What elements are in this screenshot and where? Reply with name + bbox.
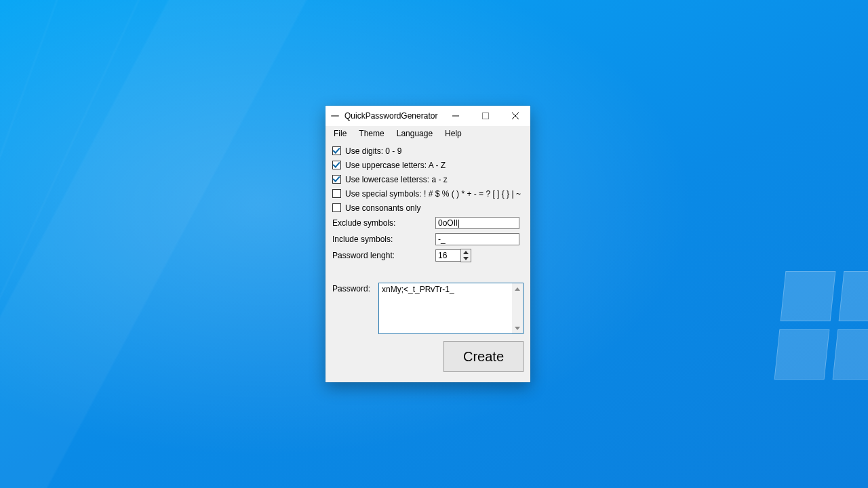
scroll-up-button[interactable] [512, 283, 523, 294]
desktop: QuickPasswordGenerator File Theme Langua… [0, 0, 868, 488]
menubar: File Theme Language Help [326, 126, 530, 141]
length-step-up[interactable] [461, 249, 471, 256]
checkbox-use-uppercase[interactable] [332, 161, 341, 169]
chevron-up-icon [515, 287, 520, 291]
password-output[interactable]: xnMy;<_t_PRvTr-1_ [378, 283, 524, 334]
password-output-text: xnMy;<_t_PRvTr-1_ [382, 285, 454, 294]
field-include-symbols: Include symbols: [332, 231, 524, 247]
label-consonants-only: Use consonants only [345, 203, 420, 213]
label-exclude-symbols: Exclude symbols: [332, 218, 431, 228]
label-use-special: Use special symbols: ! # $ % ( ) * + - =… [345, 189, 521, 199]
button-bar: Create [332, 341, 524, 372]
menu-theme[interactable]: Theme [357, 127, 385, 140]
label-password-length: Password lenght: [332, 251, 431, 260]
chevron-down-icon [515, 327, 520, 330]
svg-rect-0 [483, 113, 489, 119]
menu-language[interactable]: Language [395, 127, 434, 140]
client-area: Use digits: 0 - 9 Use uppercase letters:… [326, 141, 530, 382]
output-row: Password: xnMy;<_t_PRvTr-1_ [332, 283, 524, 334]
input-include-symbols[interactable] [435, 233, 519, 245]
minimize-button[interactable] [441, 106, 471, 126]
label-include-symbols: Include symbols: [332, 235, 431, 244]
field-exclude-symbols: Exclude symbols: [332, 215, 524, 231]
option-use-lowercase[interactable]: Use lowercase letterss: a - z [332, 172, 524, 186]
windows-logo [774, 271, 868, 380]
label-password-output: Password: [332, 283, 372, 334]
option-use-special[interactable]: Use special symbols: ! # $ % ( ) * + - =… [332, 186, 524, 201]
checkbox-use-special[interactable] [332, 189, 341, 198]
chevron-down-icon [463, 257, 469, 260]
maximize-button[interactable] [471, 106, 500, 126]
checkbox-use-digits[interactable] [332, 146, 341, 155]
titlebar[interactable]: QuickPasswordGenerator [326, 106, 530, 126]
create-button[interactable]: Create [443, 341, 524, 372]
system-menu-icon[interactable] [331, 115, 339, 117]
length-spinner [460, 249, 471, 262]
length-step-down[interactable] [461, 256, 471, 262]
chevron-up-icon [463, 251, 469, 254]
label-use-digits: Use digits: 0 - 9 [345, 146, 401, 156]
field-password-length: Password lenght: [332, 247, 524, 264]
menu-help[interactable]: Help [443, 127, 463, 140]
app-window: QuickPasswordGenerator File Theme Langua… [326, 106, 530, 382]
option-use-uppercase[interactable]: Use uppercase letters: A - Z [332, 158, 524, 172]
label-use-uppercase: Use uppercase letters: A - Z [345, 161, 446, 170]
scroll-down-button[interactable] [512, 323, 523, 333]
menu-file[interactable]: File [332, 127, 348, 140]
input-exclude-symbols[interactable] [435, 217, 519, 229]
window-title: QuickPasswordGenerator [344, 111, 437, 121]
label-use-lowercase: Use lowercase letterss: a - z [345, 175, 448, 184]
input-password-length[interactable] [435, 249, 461, 262]
close-button[interactable] [500, 106, 530, 126]
close-icon [512, 113, 519, 119]
maximize-icon [482, 113, 489, 119]
output-scrollbar[interactable] [512, 283, 523, 333]
option-use-digits[interactable]: Use digits: 0 - 9 [332, 144, 524, 158]
option-consonants-only[interactable]: Use consonants only [332, 201, 524, 215]
scroll-track[interactable] [512, 294, 523, 323]
decorative-beam [0, 0, 345, 488]
checkbox-use-lowercase[interactable] [332, 175, 341, 184]
minimize-icon [452, 113, 459, 119]
checkbox-consonants-only[interactable] [332, 203, 341, 212]
